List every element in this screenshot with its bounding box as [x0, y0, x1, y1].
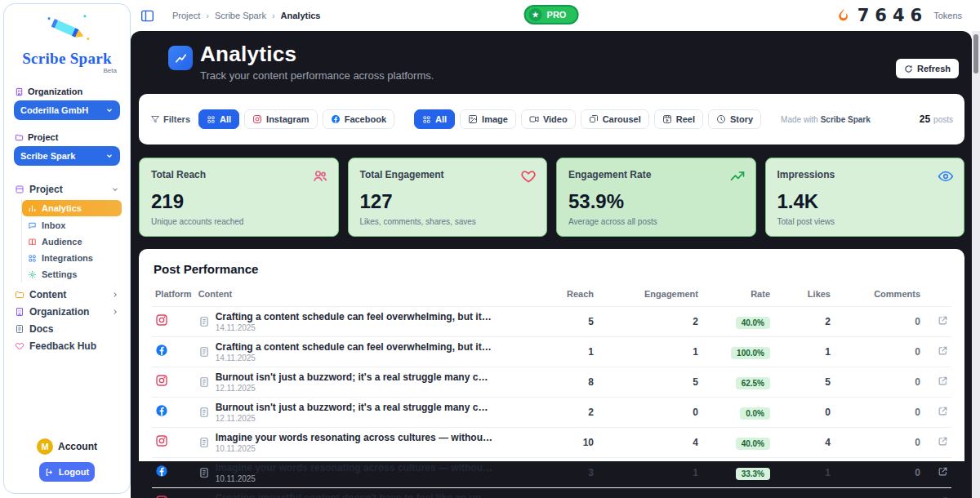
account-label: Account	[58, 441, 97, 452]
heart-icon	[15, 341, 24, 351]
made-with-brand: Scribe Spark	[821, 115, 871, 124]
scrollbar[interactable]	[972, 31, 980, 498]
comments-value: 0	[834, 458, 924, 488]
page-subtitle: Track your content performance across pl…	[200, 69, 434, 82]
external-link-icon[interactable]	[938, 345, 948, 356]
gear-icon	[28, 270, 37, 279]
external-link-icon[interactable]	[938, 406, 948, 416]
folder-icon	[15, 133, 24, 142]
nav-content[interactable]: Content	[4, 286, 130, 303]
organization-section-label: Organization	[4, 87, 130, 96]
reach-value: 1	[507, 337, 597, 367]
filter-instagram[interactable]: Instagram	[244, 109, 318, 129]
funnel-icon	[150, 114, 160, 124]
table-body: Crafting a content schedule can feel ove…	[152, 307, 951, 498]
instagram-icon	[155, 434, 168, 447]
reach-value: 10	[507, 428, 597, 458]
nav-feedback-hub[interactable]: Feedback Hub	[4, 337, 130, 354]
post-document-icon	[198, 407, 210, 418]
filter-story[interactable]: Story	[708, 109, 761, 129]
video-icon	[529, 114, 539, 124]
filter-facebook[interactable]: Facebook	[323, 109, 394, 129]
likes-value: 0	[773, 398, 834, 428]
breadcrumb-project[interactable]: Project	[172, 11, 200, 20]
facebook-icon	[155, 465, 168, 478]
nav-project[interactable]: Project	[4, 180, 130, 198]
table-row[interactable]: Creating impactful content doesn't have …	[152, 488, 951, 498]
nav-docs[interactable]: Docs	[4, 320, 130, 337]
post-date: 12.11.2025	[216, 414, 493, 423]
sidebar-item-analytics[interactable]: Analytics	[22, 200, 122, 216]
external-link-icon[interactable]	[938, 376, 948, 386]
grid-icon	[422, 115, 431, 124]
external-link-icon[interactable]	[938, 436, 948, 447]
filter-video[interactable]: Video	[521, 109, 576, 129]
logout-button[interactable]: Logout	[39, 462, 95, 482]
sidebar-item-settings[interactable]: Settings	[22, 266, 130, 282]
table-row[interactable]: Imagine your words resonating across cul…	[152, 458, 951, 488]
trending-up-icon	[729, 168, 746, 188]
stat-card-total-reach: Total Reach 219 Unique accounts reached	[139, 158, 339, 237]
post-performance-table: Platform Content Reach Engagement Rate L…	[152, 286, 951, 498]
table-row[interactable]: Crafting a content schedule can feel ove…	[152, 337, 951, 367]
sidebar-toggle[interactable]	[140, 10, 154, 22]
posts-count: 25 posts	[920, 113, 953, 125]
project-select[interactable]: Scribe Spark	[14, 146, 120, 166]
reel-icon	[662, 114, 672, 124]
post-date: 12.11.2025	[216, 384, 493, 393]
filter-carousel[interactable]: Carousel	[581, 109, 649, 129]
rate-badge: 33.3%	[736, 468, 770, 480]
col-comments: Comments	[834, 286, 924, 307]
post-date: 14.11.2025	[216, 323, 493, 332]
filter-type-all[interactable]: All	[414, 109, 455, 129]
rate-badge: 100.0%	[731, 347, 770, 359]
engagement-value: 2	[597, 307, 702, 337]
comments-value: 0	[834, 367, 924, 398]
organization-select[interactable]: Coderilla GmbH	[14, 100, 120, 120]
table-row[interactable]: Burnout isn't just a buzzword; it's a re…	[152, 398, 951, 428]
filter-platform-all[interactable]: All	[198, 109, 239, 129]
analytics-page-icon	[168, 46, 193, 70]
refresh-button[interactable]: Refresh	[896, 59, 959, 78]
breadcrumb: Project › Scribe Spark › Analytics	[172, 11, 321, 20]
pro-badge[interactable]: ★ PRO	[524, 5, 579, 24]
nav-organization[interactable]: Organization	[4, 303, 130, 320]
col-likes: Likes	[773, 286, 834, 307]
breadcrumb-scribe-spark[interactable]: Scribe Spark	[215, 11, 266, 20]
external-link-icon[interactable]	[938, 466, 948, 477]
table-row[interactable]: Burnout isn't just a buzzword; it's a re…	[152, 367, 951, 398]
main-panel: Analytics Track your content performance…	[131, 31, 972, 498]
post-content: Burnout isn't just a buzzword; it's a re…	[216, 402, 493, 413]
book-icon	[28, 238, 37, 247]
sidebar-item-inbox[interactable]: Inbox	[22, 217, 130, 233]
breadcrumb-analytics: Analytics	[281, 11, 321, 20]
heart-icon	[520, 168, 537, 188]
tokens-value: 7646	[858, 6, 928, 25]
project-icon	[15, 185, 24, 194]
post-document-icon	[198, 346, 210, 358]
stats-row: Total Reach 219 Unique accounts reached …	[139, 158, 964, 237]
page-header: Analytics Track your content performance…	[131, 31, 972, 82]
sidebar-item-audience[interactable]: Audience	[22, 233, 130, 250]
rate-badge: 40.0%	[736, 317, 770, 329]
sidebar-item-integrations[interactable]: Integrations	[22, 250, 130, 266]
account-row[interactable]: M Account	[14, 438, 120, 455]
rate-badge: 40.0%	[736, 438, 770, 450]
scrollbar-thumb[interactable]	[973, 34, 978, 73]
tokens-label: Tokens	[933, 11, 962, 20]
instagram-icon	[155, 313, 168, 327]
filter-reel[interactable]: Reel	[654, 109, 703, 129]
filter-image[interactable]: Image	[460, 109, 516, 129]
engagement-value: 1	[597, 337, 702, 367]
likes-value: 6	[773, 488, 834, 498]
post-document-icon	[198, 437, 210, 448]
topbar: Project › Scribe Spark › Analytics ★ PRO…	[131, 0, 972, 31]
likes-value: 5	[773, 367, 834, 398]
engagement-value: 5	[597, 367, 702, 398]
external-link-icon[interactable]	[938, 315, 948, 326]
table-row[interactable]: Imagine your words resonating across cul…	[152, 428, 951, 458]
post-content: Burnout isn't just a buzzword; it's a re…	[216, 371, 493, 383]
comments-value: 0	[834, 398, 924, 428]
table-row[interactable]: Crafting a content schedule can feel ove…	[152, 307, 951, 337]
chevron-down-icon	[105, 152, 114, 160]
